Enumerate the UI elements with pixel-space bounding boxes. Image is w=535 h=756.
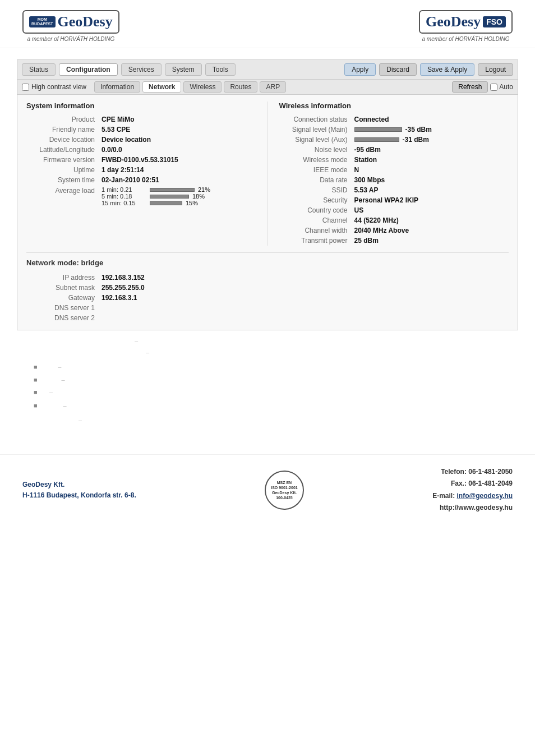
note-line-3: – <box>79 415 501 426</box>
system-info-table: Product CPE MiMo Friendly name 5.53 CPE … <box>26 114 256 208</box>
conn-status-label: Connection status <box>279 114 352 125</box>
geodesy-text-left: GeoDesy <box>58 13 113 30</box>
channel-value: 44 (5220 MHz) <box>352 215 509 225</box>
signal-aux-label: Signal level (Aux) <box>279 135 352 145</box>
top-toolbar: Status Configuration Services System Too… <box>17 59 518 79</box>
apply-button[interactable]: Apply <box>344 63 376 76</box>
table-row: Channel 44 (5220 MHz) <box>279 215 509 225</box>
panel-right: Wireless information Connection status C… <box>268 102 509 246</box>
logout-button[interactable]: Logout <box>478 63 513 76</box>
content-panel: System information Product CPE MiMo Frie… <box>17 94 518 330</box>
gateway-label: Gateway <box>26 293 99 303</box>
table-row: Data rate 300 Mbps <box>279 175 509 185</box>
table-row: Device location Device location <box>26 135 256 145</box>
lat-long-label: Latitude/Longitude <box>26 145 99 155</box>
country-value: US <box>352 205 509 215</box>
high-contrast-checkbox[interactable] <box>22 84 29 91</box>
tab-services[interactable]: Services <box>121 63 162 76</box>
signal-main-bar-container: -35 dBm <box>354 126 507 133</box>
conn-status-value: Connected <box>352 114 509 125</box>
company-address: H-1116 Budapest, Kondorfa str. 6-8. <box>22 490 136 501</box>
bottom-footer: GeoDesy Kft. H-1116 Budapest, Kondorfa s… <box>0 454 535 525</box>
tab-configuration[interactable]: Configuration <box>59 63 118 76</box>
load5-row: 5 min: 0.18 18% <box>102 193 254 200</box>
load15-label: 15 min: 0.15 <box>102 200 146 206</box>
sub-nav-bar: High contrast view Information Network W… <box>17 79 518 94</box>
footer-contact: Telefon: 06-1-481-2050 Fax.: 06-1-481-20… <box>432 466 513 514</box>
tagline-right: a member of HORVÁTH HOLDING <box>422 36 510 42</box>
friendly-name-label: Friendly name <box>26 125 99 135</box>
signal-aux-text: -31 dBm <box>403 136 429 144</box>
iso-line2: ISO 9001:2001 <box>271 485 297 490</box>
company-name: GeoDesy Kft. <box>22 480 136 490</box>
channel-label: Channel <box>279 215 352 225</box>
load1-label: 1 min: 0.21 <box>102 186 146 193</box>
table-row: Signal level (Aux) -31 dBm <box>279 135 509 145</box>
save-apply-button[interactable]: Save & Apply <box>420 63 474 76</box>
signal-aux-bar <box>354 137 399 142</box>
device-location-value: Device location <box>99 135 256 145</box>
main-wrapper: Status Configuration Services System Too… <box>0 48 535 443</box>
ssid-label: SSID <box>279 185 352 195</box>
data-rate-label: Data rate <box>279 175 352 185</box>
auto-checkbox[interactable] <box>490 84 497 91</box>
refresh-button[interactable]: Refresh <box>452 81 488 93</box>
avg-load-label: Average load <box>26 185 99 208</box>
signal-aux-bar-container: -31 dBm <box>354 136 507 144</box>
note-bullet-1: ■ – <box>34 362 501 373</box>
footer-notes: – – ■ – ■ – ■ – ■ – – <box>17 330 518 432</box>
high-contrast-label[interactable]: High contrast view <box>22 83 86 91</box>
sub-tab-routes[interactable]: Routes <box>224 81 257 93</box>
tab-system[interactable]: System <box>165 63 202 76</box>
network-info-table: IP address 192.168.3.152 Subnet mask 255… <box>26 273 509 323</box>
table-row: Uptime 1 day 2:51:14 <box>26 165 256 175</box>
footer-iso-badge: MSZ EN ISO 9001:2001 GeoDesy Kft. 100-04… <box>265 471 304 510</box>
security-value: Personal WPA2 IKIP <box>352 195 509 205</box>
dns1-value <box>99 303 509 313</box>
table-row: IEEE mode N <box>279 165 509 175</box>
signal-main-text: -35 dBm <box>405 126 432 133</box>
signal-main-value: -35 dBm <box>352 125 509 135</box>
auto-label[interactable]: Auto <box>490 83 513 91</box>
signal-aux-value: -31 dBm <box>352 135 509 145</box>
ip-value: 192.168.3.152 <box>99 273 509 283</box>
panel-columns: System information Product CPE MiMo Frie… <box>26 102 509 246</box>
dns2-label: DNS server 2 <box>26 313 99 323</box>
product-label: Product <box>26 114 99 125</box>
table-row: Security Personal WPA2 IKIP <box>279 195 509 205</box>
page-header: MOM BUDAPEST GeoDesy a member of HORVÁTH… <box>0 0 535 48</box>
firmware-value: FWBD-0100.v5.53.31015 <box>99 155 256 165</box>
load1-row: 1 min: 0.21 21% <box>102 186 254 193</box>
wireless-mode-label: Wireless mode <box>279 155 352 165</box>
load15-pct: 15% <box>186 200 198 206</box>
footer-email-link[interactable]: info@geodesy.hu <box>457 492 513 500</box>
ieee-label: IEEE mode <box>279 165 352 175</box>
table-row: DNS server 1 <box>26 303 509 313</box>
sub-tab-wireless[interactable]: Wireless <box>183 81 222 93</box>
table-row: SSID 5.53 AP <box>279 185 509 195</box>
avg-load-values: 1 min: 0.21 21% 5 min: 0.18 18% 15 min: … <box>99 185 256 208</box>
load5-label: 5 min: 0.18 <box>102 193 146 200</box>
note-line-2: – <box>146 347 501 358</box>
tab-tools[interactable]: Tools <box>205 63 236 76</box>
table-row: Noise level -95 dBm <box>279 145 509 155</box>
system-info-title: System information <box>26 102 256 110</box>
footer-phone: Telefon: 06-1-481-2050 <box>432 466 513 478</box>
table-row: Latitude/Longitude 0.0/0.0 <box>26 145 256 155</box>
subnet-label: Subnet mask <box>26 283 99 293</box>
sub-tab-network[interactable]: Network <box>142 81 181 93</box>
ieee-value: N <box>352 165 509 175</box>
auto-text: Auto <box>499 83 513 91</box>
discard-button[interactable]: Discard <box>379 63 417 76</box>
sub-tab-arp[interactable]: ARP <box>260 81 286 93</box>
note-line-1: – <box>135 336 501 347</box>
load5-bar <box>150 195 189 199</box>
load5-pct: 18% <box>192 193 205 200</box>
security-label: Security <box>279 195 352 205</box>
table-row: Signal level (Main) -35 dBm <box>279 125 509 135</box>
sub-tab-information[interactable]: Information <box>94 81 140 93</box>
logo-left: MOM BUDAPEST GeoDesy a member of HORVÁTH… <box>22 10 119 42</box>
tab-status[interactable]: Status <box>22 63 56 76</box>
subnet-value: 255.255.255.0 <box>99 283 509 293</box>
data-rate-value: 300 Mbps <box>352 175 509 185</box>
